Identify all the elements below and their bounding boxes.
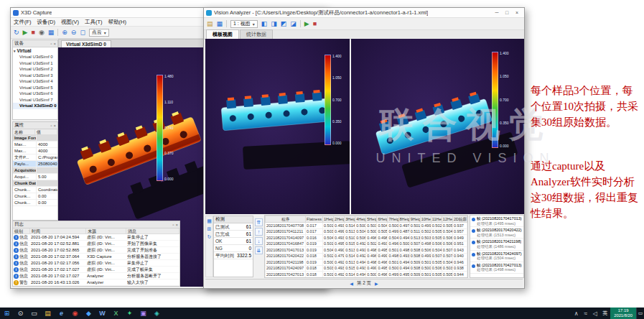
table-row[interactable]: 20210820170420422 0.018 0.502 0.479 0.51… — [266, 253, 467, 259]
render-mode-select[interactable]: 点云 ▾ — [89, 29, 109, 37]
save-icon[interactable]: ▦ — [48, 29, 55, 36]
property-row[interactable]: Image Format Control — [13, 135, 57, 142]
previous-page-button[interactable]: ◀ — [350, 281, 353, 286]
scroll-down-button[interactable]: ↓ — [255, 237, 263, 245]
tree-item-device[interactable]: Virtual U3dSimf 0 — [13, 54, 57, 60]
menu-item[interactable]: 设备(D) — [37, 19, 55, 26]
log-row[interactable]: ! 警告 2021-08-20 16:43:13.026 Analyzer 输入… — [13, 279, 179, 286]
task-view-icon[interactable]: ▭ — [27, 308, 41, 319]
analyzer-3d-viewport-left[interactable]: 1.4001.0500.7000.3500.000 — [205, 39, 350, 214]
table-column-header[interactable]: 4Heigh — [355, 216, 366, 223]
hidden-icons-chevron[interactable]: ∧ — [571, 310, 581, 317]
table-row[interactable]: 20210820170417013 0.019 0.504 0.490 0.51… — [266, 247, 467, 254]
result-item[interactable]: 帧 (20210820170421198) 处理结果 (1486 msec) — [470, 239, 523, 250]
analyzer-app-taskbar-icon[interactable]: ◈ — [150, 308, 164, 319]
excel-icon[interactable]: X — [109, 308, 123, 319]
close-panel-icon[interactable]: × — [53, 42, 56, 46]
property-row[interactable]: Acquisition Control — [13, 167, 57, 174]
property-row[interactable]: Acqui... 5.00 — [13, 174, 57, 180]
layout-bottom-icon[interactable]: ◪ — [290, 21, 297, 27]
table-row[interactable]: 20210820170407708 0.017 0.501 0.493 0.51… — [266, 223, 467, 229]
table-column-header[interactable]: 12Heig — [442, 216, 452, 223]
close-panel-icon[interactable]: × — [53, 124, 56, 128]
zoom-out-icon[interactable]: ⊖ — [71, 29, 77, 36]
table-column-header[interactable]: 9Heigh — [409, 216, 420, 223]
table-column-header[interactable]: 2D轮廓 — [453, 216, 467, 223]
zoom-fit-icon[interactable]: ◻ — [80, 29, 85, 36]
scroll-bottom-button[interactable]: ⇊ — [255, 246, 263, 254]
property-row[interactable]: Chunk... 0.00 — [13, 200, 57, 206]
property-row[interactable]: Max... 4000 — [13, 142, 57, 148]
table-column-header[interactable]: 6Heigh — [377, 216, 388, 223]
next-page-button[interactable]: ▶ — [375, 281, 378, 286]
add-icon[interactable]: ⊞ — [207, 226, 212, 231]
result-item[interactable]: 帧 (20210820170420422) 处理结果 (1513 msec) — [470, 227, 523, 239]
property-row[interactable]: Chunk... 0.00 — [13, 193, 57, 200]
tree-item-device[interactable]: Virtual U3dSimf 2 — [13, 66, 57, 73]
table-row[interactable]: 20210820170411211 0.017 0.503 0.499 0.51… — [266, 228, 467, 235]
run-analysis-icon[interactable]: ▶ — [304, 21, 309, 27]
refresh-icon[interactable]: ↻ — [207, 234, 212, 239]
view-layout-select[interactable]: 1 : 视图 ▾ — [230, 20, 258, 28]
tree-item-device[interactable]: Virtual U3dSimf 7 — [13, 97, 57, 103]
result-item[interactable]: 帧 (20210820170427013) 处理结果 (1498 msec) — [470, 262, 523, 274]
search-icon[interactable]: ⊙ — [14, 308, 27, 319]
table-column-header[interactable]: 7Heigh — [388, 216, 398, 223]
notification-center-icon[interactable]: ▭ — [636, 308, 644, 319]
code-editor-icon[interactable]: ◆ — [82, 308, 95, 319]
layout-right-icon[interactable]: ◨ — [271, 21, 277, 27]
result-item[interactable]: 帧 (20210820170417013) 处理结果 (1495 msec) — [470, 216, 523, 227]
property-row[interactable]: Paylo... 25080040 — [13, 161, 57, 167]
tree-item-device[interactable]: Virtual U3dSimf 6 — [13, 91, 57, 97]
file-explorer-icon[interactable]: ▤ — [41, 308, 55, 319]
camera-icon[interactable]: ◉ — [39, 29, 45, 36]
property-row[interactable]: Chunk Data Control — [13, 180, 57, 187]
table-row[interactable]: 20210820170424097 0.018 0.503 0.493 0.51… — [266, 265, 467, 272]
menu-item[interactable]: 工具(T) — [85, 19, 103, 26]
tree-item-device[interactable]: Virtual U3dSimf 4 — [13, 78, 57, 85]
volume-icon[interactable]: ◁ — [590, 310, 599, 317]
table-column-header[interactable]: 程序 — [266, 216, 306, 223]
open-file-icon[interactable]: ▤ — [207, 21, 213, 27]
property-row[interactable]: Chunk... CoordinateC — [13, 187, 57, 193]
word-icon[interactable]: W — [95, 308, 109, 319]
tree-expander-icon[interactable]: ▾ — [14, 49, 16, 53]
table-column-header[interactable]: 8Heigh — [398, 216, 409, 223]
tree-item-device[interactable]: Virtual U3dSimf 3 — [13, 73, 57, 79]
table-column-header[interactable]: 5Heigh — [366, 216, 377, 223]
table-row[interactable]: 20210820170427013 0.018 0.501 0.492 0.51… — [266, 272, 467, 278]
table-column-header[interactable]: 11Heig — [431, 216, 442, 223]
table-column-header[interactable]: 1Heigh — [323, 216, 334, 223]
result-item[interactable]: 帧 (20210820170424097) 处理结果 (1504 msec) — [470, 251, 523, 262]
close-button[interactable]: × — [512, 8, 522, 17]
tree-item-device[interactable]: Virtual U3dSimf 1 — [13, 60, 57, 67]
maximize-button[interactable]: □ — [502, 8, 512, 17]
close-panel-icon[interactable]: × — [175, 223, 178, 227]
taskbar-clock[interactable]: 17:19 2021/8/20 — [610, 308, 636, 319]
property-row[interactable]: 文件P... C:/Program Fil — [13, 154, 57, 161]
refresh-devices-icon[interactable]: ↻ — [14, 29, 19, 36]
analyzer-tab[interactable]: 模板视图 — [206, 29, 239, 39]
stop-analysis-icon[interactable]: ■ — [313, 21, 317, 27]
table-column-header[interactable]: 3Heigh — [345, 216, 355, 223]
menu-item[interactable]: 帮助(H) — [108, 19, 126, 26]
tree-item-selected-device[interactable]: Virtual X3dSimD 0 — [13, 103, 57, 109]
table-column-header[interactable]: Flatness — [306, 216, 323, 223]
scroll-top-button[interactable]: ⇈ — [255, 218, 263, 226]
minimize-button[interactable]: ─ — [492, 8, 502, 17]
stop-acquisition-icon[interactable]: ■ — [31, 29, 34, 36]
table-row[interactable]: 20210820170416847 0.019 0.501 0.495 0.51… — [266, 241, 467, 247]
scroll-up-button[interactable]: ↑ — [255, 228, 263, 236]
network-icon[interactable]: ≈ — [581, 310, 590, 317]
menu-item[interactable]: 文件(F) — [14, 19, 32, 26]
chat-app-icon[interactable]: ✦ — [123, 308, 136, 319]
analyzer-3d-viewport-right[interactable]: 1.4001.0500.7000.3500.000 — [351, 39, 524, 214]
menu-item[interactable]: 视图(V) — [61, 19, 79, 26]
capture-app-taskbar-icon[interactable]: ▣ — [136, 308, 150, 319]
start-button[interactable]: ⊞ — [0, 308, 14, 319]
start-acquisition-icon[interactable]: ▶ — [23, 29, 28, 36]
edge-browser-icon[interactable]: e — [55, 308, 68, 319]
input-language-indicator[interactable]: 英 — [599, 310, 610, 317]
table-column-header[interactable]: 10Heig — [420, 216, 431, 223]
table-row[interactable]: 20210820170421198 0.019 0.500 0.492 0.51… — [266, 259, 467, 266]
